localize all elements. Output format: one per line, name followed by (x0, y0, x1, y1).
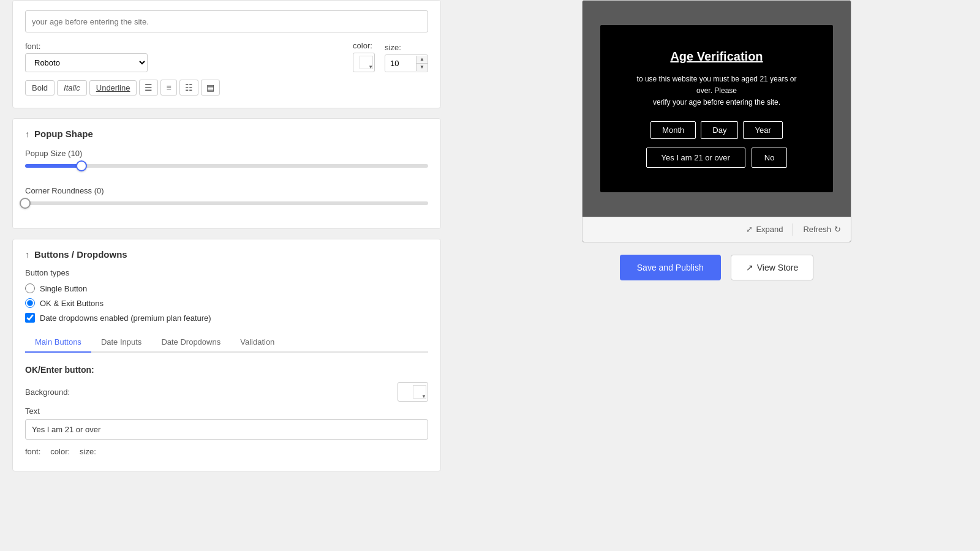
single-button-label: Single Button (40, 284, 87, 293)
no-button[interactable]: No (752, 148, 788, 168)
av-action-row: Yes I am 21 or over No (631, 148, 802, 168)
color-swatch[interactable]: ▼ (353, 53, 375, 72)
corner-roundness-slider-wrap (25, 201, 428, 214)
year-button[interactable]: Year (743, 121, 782, 139)
save-publish-button[interactable]: Save and Publish (620, 255, 721, 280)
av-title: Age Verification (631, 50, 802, 64)
expand-label: Expand (756, 225, 783, 234)
single-button-option[interactable]: Single Button (25, 283, 428, 293)
font-select[interactable]: Roboto (25, 53, 148, 72)
size-spinners: ▲ ▼ (416, 56, 428, 71)
yes-button[interactable]: Yes I am 21 or over (646, 148, 745, 168)
bold-button[interactable]: Bold (25, 80, 55, 96)
button-types-label: Button types (25, 268, 428, 277)
text-section: font: Roboto color: ▼ size: 10 (12, 0, 441, 108)
font-row-bottom: font: color: size: (25, 447, 428, 459)
age-verification-box: Age Verification to use this website you… (600, 25, 833, 192)
size-input-wrap: 10 ▲ ▼ (385, 54, 428, 72)
background-field-row: Background: ▼ (25, 382, 428, 402)
text-field-wrap: Text (25, 407, 428, 440)
buttons-dropdowns-section: ↑ Buttons / Dropdowns Button types Singl… (12, 239, 441, 471)
preview-actions-row: Save and Publish ↗ View Store (620, 255, 813, 280)
view-store-label: View Store (757, 263, 798, 272)
popup-size-slider-fill (25, 164, 81, 168)
av-date-row: Month Day Year (631, 121, 802, 139)
corner-roundness-slider-track[interactable] (25, 201, 428, 205)
preview-footer: ⤢ Expand Refresh ↻ (582, 217, 851, 242)
external-link-icon: ↗ (746, 263, 753, 272)
expand-icon: ⤢ (746, 225, 753, 234)
ok-exit-label: OK & Exit Buttons (40, 299, 104, 308)
color-wrap: color: ▼ (353, 41, 375, 72)
color-label: color: (353, 41, 375, 50)
footer-divider (793, 223, 793, 236)
date-dropdown-option[interactable]: Date dropdowns enabled (premium plan fea… (25, 313, 428, 323)
size-down-button[interactable]: ▼ (417, 64, 428, 71)
refresh-label: Refresh (803, 225, 831, 234)
preview-inner: Age Verification to use this website you… (582, 1, 851, 217)
tab-main-buttons[interactable]: Main Buttons (25, 332, 91, 353)
ok-button-text-input[interactable] (25, 419, 428, 440)
view-store-button[interactable]: ↗ View Store (731, 255, 813, 280)
buttons-dropdowns-header: ↑ Buttons / Dropdowns (25, 249, 428, 260)
corner-roundness-slider-thumb[interactable] (20, 198, 31, 209)
day-button[interactable]: Day (701, 121, 738, 139)
ok-button-title: OK/Enter button: (25, 365, 428, 375)
ok-button-dropdown-arrow: ▼ (421, 394, 426, 399)
popup-shape-header: ↑ Popup Shape (25, 129, 428, 139)
font-select-wrap: font: Roboto (25, 42, 343, 72)
date-dropdown-checkbox[interactable] (25, 313, 35, 323)
date-dropdown-label: Date dropdowns enabled (premium plan fea… (40, 313, 211, 323)
align-right-button[interactable]: ☷ (179, 80, 198, 96)
text-field-label: Text (25, 407, 428, 416)
underline-button[interactable]: Underline (89, 80, 137, 96)
corner-roundness-label: Corner Roundness (0) (25, 186, 428, 195)
font-label-bottom: font: (25, 447, 40, 456)
popup-size-slider-thumb[interactable] (76, 160, 87, 171)
left-panel: font: Roboto color: ▼ size: 10 (0, 0, 453, 551)
color-dropdown-arrow: ▼ (368, 64, 373, 70)
buttons-dropdowns-arrow[interactable]: ↑ (25, 250, 29, 260)
preview-container: Age Verification to use this website you… (582, 0, 851, 242)
align-left-button[interactable]: ☰ (139, 80, 158, 96)
size-label: size: (385, 43, 428, 52)
single-button-radio[interactable] (25, 283, 35, 293)
ok-button-section: OK/Enter button: Background: ▼ Text font… (25, 362, 428, 459)
align-justify-button[interactable]: ▤ (201, 80, 220, 96)
popup-size-slider-track[interactable] (25, 164, 428, 168)
popup-size-slider-wrap (25, 164, 428, 176)
formatting-row: Bold Italic Underline ☰ ≡ ☷ ▤ (25, 80, 428, 96)
tab-date-inputs[interactable]: Date Inputs (91, 332, 152, 353)
size-wrap: size: 10 ▲ ▼ (385, 43, 428, 72)
popup-shape-section: ↑ Popup Shape Popup Size (10) Corner Rou… (12, 118, 441, 229)
month-button[interactable]: Month (650, 121, 696, 139)
italic-button[interactable]: Italic (57, 80, 87, 96)
buttons-dropdowns-title: Buttons / Dropdowns (34, 249, 127, 260)
expand-button[interactable]: ⤢ Expand (746, 225, 783, 234)
color-size-wrap: color: ▼ size: 10 ▲ ▼ (353, 41, 428, 72)
av-description: to use this website you must be aged 21 … (631, 73, 802, 109)
size-label-bottom: size: (80, 447, 96, 456)
description-input[interactable] (25, 10, 428, 32)
align-center-button[interactable]: ≡ (160, 80, 176, 96)
refresh-icon: ↻ (834, 225, 841, 234)
ok-exit-radio[interactable] (25, 298, 35, 308)
size-input[interactable]: 10 (385, 55, 416, 72)
refresh-button[interactable]: Refresh ↻ (803, 225, 841, 234)
tab-date-dropdowns[interactable]: Date Dropdowns (151, 332, 230, 353)
popup-shape-title: Popup Shape (34, 129, 93, 139)
size-up-button[interactable]: ▲ (417, 56, 428, 64)
tabs-row: Main Buttons Date Inputs Date Dropdowns … (25, 332, 428, 353)
ok-exit-option[interactable]: OK & Exit Buttons (25, 298, 428, 308)
popup-shape-arrow[interactable]: ↑ (25, 129, 29, 139)
background-label: Background: (25, 388, 70, 397)
ok-button-color-swatch[interactable]: ▼ (398, 382, 428, 402)
font-row: font: Roboto color: ▼ size: 10 (25, 41, 428, 72)
font-label: font: (25, 42, 343, 51)
color-label-bottom: color: (50, 447, 70, 456)
tab-validation[interactable]: Validation (230, 332, 284, 353)
popup-size-label: Popup Size (10) (25, 149, 428, 158)
right-panel: Age Verification to use this website you… (453, 0, 980, 551)
